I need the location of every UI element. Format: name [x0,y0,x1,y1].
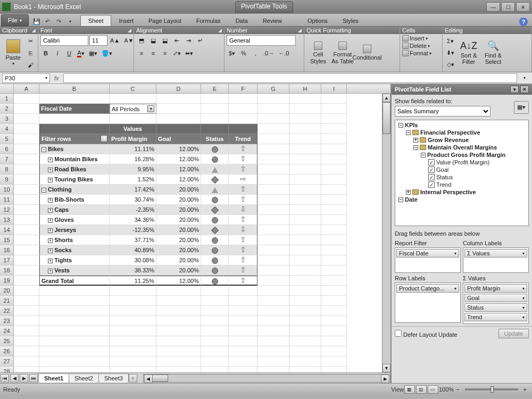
cell[interactable]: +Tights [39,255,110,265]
cell[interactable]: ⇧ [229,185,257,195]
cell[interactable]: -12.35% [110,225,156,235]
rows-filter-icon[interactable]: ▾ [101,135,107,142]
cell[interactable] [229,367,257,372]
row-labels-area[interactable]: Product Catego...▾ [395,282,461,323]
cell[interactable]: 20.00% [156,225,201,235]
help-icon[interactable]: ? [519,18,528,26]
cell[interactable] [321,164,347,174]
cell[interactable] [39,336,110,346]
column-header[interactable]: E [201,84,229,93]
cell[interactable] [257,356,289,367]
percent-icon[interactable]: % [238,48,249,59]
field-tree[interactable]: −KPIs −Financial Perspective +Grow Reven… [395,120,529,226]
row-header[interactable]: 21 [0,296,14,306]
row-header[interactable]: 14 [0,225,14,235]
scroll-left-icon[interactable]: ◀ [144,375,153,383]
cell[interactable] [229,286,257,296]
cell[interactable] [39,306,110,316]
pill-trend[interactable]: Trend▾ [464,313,527,321]
row-header[interactable]: 6 [0,144,14,154]
row-header[interactable]: 5 [0,134,14,144]
merge-center-icon[interactable]: ⬌▾ [184,48,195,59]
row-header[interactable]: 3 [0,114,14,124]
cell[interactable] [229,346,257,356]
tab-insert[interactable]: Insert [111,15,141,26]
cell[interactable] [321,114,347,124]
cell[interactable] [289,144,321,154]
undo-icon[interactable]: ↶ [43,16,53,26]
cell[interactable] [39,356,110,367]
layout-options-icon[interactable]: ▦▾ [514,101,529,114]
pill-goal[interactable]: Goal▾ [464,294,527,302]
cell[interactable] [289,367,321,372]
collapse-icon[interactable]: − [421,153,426,157]
font-name-select[interactable] [40,35,88,46]
cell[interactable] [257,306,289,316]
cell[interactable] [14,144,39,154]
column-header[interactable]: F [229,84,257,93]
row-header[interactable]: 11 [0,195,14,205]
cell[interactable] [229,114,257,124]
row-header[interactable]: 15 [0,235,14,245]
cell[interactable] [14,104,39,114]
cell[interactable] [14,185,39,195]
cell[interactable]: 20.00% [156,185,201,195]
cell[interactable] [257,286,289,296]
cell[interactable] [321,174,347,185]
cell[interactable] [289,235,321,245]
cell[interactable] [110,316,156,326]
cell[interactable] [289,336,321,346]
field-checkbox[interactable]: ✓ [428,167,435,173]
cell[interactable]: Goal [156,134,201,144]
cell[interactable] [289,276,321,286]
wrap-text-icon[interactable]: ↵ [195,35,205,46]
fx-icon[interactable]: fx [52,75,61,81]
copy-icon[interactable]: ⎘ [25,48,36,59]
tab-data[interactable]: Data [228,15,255,26]
cell[interactable] [289,306,321,316]
expand-icon[interactable]: + [406,190,411,195]
cell[interactable] [257,235,289,245]
cell[interactable]: 40.89% [110,245,156,255]
format-as-table-button[interactable]: Format As Table [331,36,354,70]
cell[interactable] [201,356,229,367]
row-header[interactable]: 8 [0,164,14,174]
cell[interactable] [289,286,321,296]
sheet-nav-prev-icon[interactable]: ◀ [10,374,19,383]
column-header[interactable]: H [289,84,321,93]
cell[interactable]: +Road Bikes [39,164,110,174]
pill-fiscal-date[interactable]: Fiscal Date▾ [396,249,459,257]
cell[interactable] [39,316,110,326]
cell-styles-button[interactable]: Cell Styles [306,36,330,70]
conditional-formatting-button[interactable]: Conditional [355,36,379,70]
cell[interactable]: 16.28% [110,154,156,164]
expand-collapse-icon[interactable]: + [48,238,53,243]
cell[interactable] [156,104,201,114]
find-select-button[interactable]: 🔍Find & Select [481,36,505,70]
cell[interactable] [257,346,289,356]
cell[interactable] [257,134,289,144]
font-size-select[interactable] [89,35,107,46]
cell[interactable]: 12.00% [156,276,201,286]
cell[interactable] [14,316,39,326]
cell[interactable] [39,367,110,372]
autosum-icon[interactable]: Σ▾ [445,36,456,47]
cell[interactable] [14,326,39,336]
currency-icon[interactable]: $▾ [227,48,237,59]
decrease-decimal-icon[interactable]: ←.0 [277,48,290,59]
cell[interactable] [39,114,110,124]
row-header[interactable]: 4 [0,124,14,134]
number-launcher-icon[interactable]: ◢ [298,28,302,33]
align-right-icon[interactable]: ≡ [160,48,170,59]
expand-collapse-icon[interactable]: + [48,178,53,182]
cell[interactable] [14,286,39,296]
cell[interactable] [321,195,347,205]
zoom-out-icon[interactable]: − [454,386,461,393]
cell[interactable] [289,124,321,134]
cell[interactable] [156,306,201,316]
bold-button[interactable]: B [40,48,51,59]
cell[interactable]: Profit Margin [110,134,156,144]
cell[interactable] [289,296,321,306]
cell[interactable]: 37.71% [110,235,156,245]
cell[interactable] [289,215,321,225]
